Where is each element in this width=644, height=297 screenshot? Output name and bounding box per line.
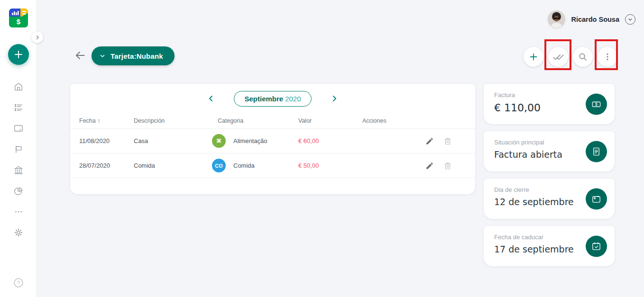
more-options-button[interactable] bbox=[598, 47, 617, 67]
sidebar-nav bbox=[0, 81, 37, 238]
column-header-acciones: Acciones bbox=[362, 117, 466, 124]
card-filter-dropdown[interactable]: Tarjeta:Nubank bbox=[92, 46, 175, 65]
cell-date: 11/08/2020 bbox=[79, 137, 134, 144]
previous-month-button[interactable] bbox=[204, 92, 218, 105]
chevron-right-icon bbox=[35, 35, 40, 40]
sidebar-item-bank[interactable] bbox=[13, 164, 24, 176]
mark-all-paid-button[interactable] bbox=[548, 47, 568, 67]
sidebar-item-goals[interactable] bbox=[13, 144, 24, 155]
search-icon bbox=[578, 52, 588, 62]
calendar-check-icon bbox=[586, 235, 607, 257]
user-menu-button[interactable] bbox=[625, 14, 635, 25]
sidebar-item-cards[interactable] bbox=[13, 123, 24, 134]
month-selector[interactable]: Septiembre2020 bbox=[234, 91, 311, 107]
gear-icon bbox=[13, 227, 24, 238]
column-header-fecha[interactable]: Fecha ↑ bbox=[79, 117, 134, 124]
table-row[interactable]: 28/07/2020 Comida CO Comida € 50,00 bbox=[70, 153, 475, 178]
sidebar-item-reports[interactable] bbox=[13, 185, 24, 197]
sidebar-item-home[interactable] bbox=[13, 81, 24, 92]
trash-icon bbox=[443, 162, 452, 170]
mobills-logo-icon: $ bbox=[9, 9, 28, 27]
month-label: Septiembre bbox=[244, 95, 283, 103]
app-root: $ bbox=[0, 0, 644, 297]
delete-button[interactable] bbox=[442, 161, 453, 171]
calendar-closing-icon bbox=[586, 188, 607, 209]
more-vertical-icon bbox=[602, 52, 613, 62]
delete-button[interactable] bbox=[442, 136, 453, 146]
cell-date: 28/07/2020 bbox=[79, 162, 134, 169]
chevron-down-icon bbox=[627, 17, 633, 22]
sidebar: $ bbox=[0, 0, 37, 297]
invoice-icon bbox=[586, 141, 607, 162]
sidebar-item-settings[interactable] bbox=[13, 227, 24, 238]
trash-icon bbox=[443, 137, 452, 145]
category-comida-icon: CO bbox=[212, 159, 226, 172]
credit-card-icon bbox=[13, 123, 24, 134]
column-header-categoria[interactable]: Categoria bbox=[212, 117, 298, 124]
pie-chart-icon bbox=[13, 186, 24, 196]
svg-text:$: $ bbox=[17, 18, 21, 26]
edit-button[interactable] bbox=[424, 161, 435, 171]
table-header: Fecha ↑ Descripción Categoria Valor Acci… bbox=[70, 113, 475, 129]
sort-asc-icon: ↑ bbox=[97, 117, 100, 124]
plus-icon bbox=[528, 52, 539, 62]
edit-button[interactable] bbox=[424, 136, 435, 146]
cell-value: € 50,00 bbox=[298, 162, 362, 169]
bank-icon bbox=[13, 165, 24, 175]
pencil-icon bbox=[425, 162, 434, 170]
cell-category: CO Comida bbox=[212, 159, 298, 172]
sidebar-expand-button[interactable] bbox=[31, 31, 43, 43]
category-label: Alimentação bbox=[233, 137, 267, 144]
month-navigator: Septiembre2020 bbox=[70, 84, 475, 113]
category-food-icon: ⌘ bbox=[212, 134, 226, 148]
chevron-right-icon bbox=[331, 95, 338, 102]
app-logo[interactable]: $ bbox=[9, 9, 28, 27]
table-row[interactable]: 11/08/2020 Casa ⌘ Alimentação € 60,00 bbox=[70, 129, 475, 153]
svg-text:$: $ bbox=[595, 102, 598, 107]
bill-money-icon: $ bbox=[586, 93, 607, 115]
plus-icon bbox=[14, 50, 23, 59]
sidebar-item-transactions[interactable] bbox=[13, 102, 24, 113]
cell-description: Casa bbox=[134, 137, 212, 144]
year-label: 2020 bbox=[285, 95, 301, 103]
user-menu: Ricardo Sousa bbox=[548, 10, 635, 28]
summary-card-factura: Factura € 110,00 $ bbox=[484, 84, 615, 124]
sidebar-item-more[interactable] bbox=[13, 206, 24, 217]
help-button[interactable]: ? bbox=[13, 277, 24, 288]
list-icon bbox=[13, 102, 24, 113]
double-check-icon bbox=[552, 52, 564, 62]
summary-card-caducar: Fecha de caducar 17 de septiembre bbox=[484, 226, 615, 266]
chevron-down-icon bbox=[99, 53, 106, 59]
add-button-fab[interactable] bbox=[8, 44, 29, 65]
category-label: Comida bbox=[233, 162, 255, 169]
transactions-card: Septiembre2020 Fecha ↑ Descripción Categ… bbox=[70, 84, 475, 194]
more-horizontal-icon bbox=[13, 207, 24, 217]
next-month-button[interactable] bbox=[328, 92, 341, 105]
toolbar bbox=[524, 47, 617, 67]
search-button[interactable] bbox=[573, 47, 593, 67]
add-button[interactable] bbox=[524, 47, 543, 67]
summary-cards: Factura € 110,00 $ Situación principal F… bbox=[484, 84, 615, 273]
back-button[interactable] bbox=[74, 49, 87, 63]
chevron-left-icon bbox=[207, 95, 215, 102]
card-filter-label: Tarjeta:Nubank bbox=[110, 52, 163, 60]
svg-text:?: ? bbox=[17, 280, 20, 286]
help-icon: ? bbox=[13, 277, 24, 288]
cell-description: Comida bbox=[134, 162, 212, 169]
cell-value: € 60,00 bbox=[298, 137, 362, 144]
pencil-icon bbox=[425, 137, 434, 145]
arrow-left-icon bbox=[74, 49, 86, 62]
avatar[interactable] bbox=[548, 10, 565, 28]
cell-actions bbox=[362, 136, 466, 146]
summary-card-situacion: Situación principal Factura abierta bbox=[484, 131, 615, 171]
home-icon bbox=[13, 81, 24, 92]
user-name: Ricardo Sousa bbox=[571, 16, 619, 23]
cell-actions bbox=[362, 161, 466, 171]
user-photo bbox=[548, 10, 565, 28]
cell-category: ⌘ Alimentação bbox=[212, 134, 298, 148]
column-header-descripcion[interactable]: Descripción bbox=[134, 117, 212, 124]
summary-card-cierre: Dia de cierre 12 de septiembre bbox=[484, 179, 615, 219]
flag-icon bbox=[13, 144, 24, 154]
column-header-valor[interactable]: Valor bbox=[298, 117, 362, 124]
